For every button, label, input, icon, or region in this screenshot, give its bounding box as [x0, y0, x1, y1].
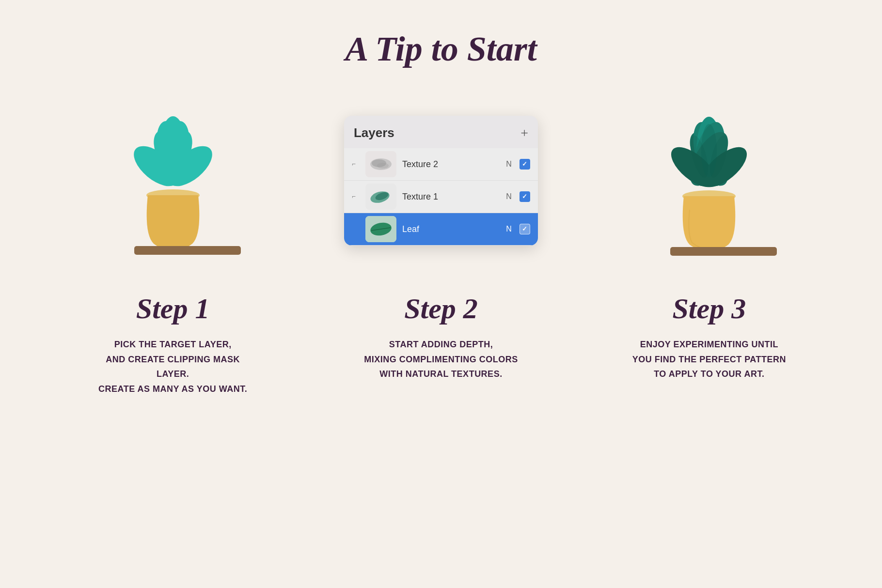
step3-column: Step 3 ENJOY EXPERIMENTING UNTILYOU FIND…: [590, 292, 829, 396]
layers-panel-column: Layers + ⌐ Texture 2 N: [321, 116, 560, 246]
layer-thumb-texture1: [365, 184, 396, 210]
layers-panel: Layers + ⌐ Texture 2 N: [344, 116, 538, 246]
layers-panel-header: Layers +: [344, 125, 538, 148]
layer-check-texture2[interactable]: [520, 159, 530, 170]
layer-blend-texture2: N: [504, 160, 514, 169]
layer-thumb-leaf: [365, 216, 396, 242]
layer-row-texture1[interactable]: ⌐ Texture 1 N: [344, 181, 538, 213]
step1-title: Step 1: [136, 292, 210, 325]
plant2-illustration: [636, 103, 782, 258]
layer-name-texture2: Texture 2: [402, 159, 498, 170]
layer-check-texture1[interactable]: [520, 191, 530, 202]
layer-check-leaf[interactable]: [520, 224, 530, 234]
layer-name-texture1: Texture 1: [402, 192, 498, 202]
page-title: A Tip to Start: [345, 29, 536, 69]
step3-title: Step 3: [672, 292, 746, 325]
step3-description: ENJOY EXPERIMENTING UNTILYOU FIND THE PE…: [632, 337, 786, 382]
plant1-illustration: [100, 103, 246, 258]
step2-title: Step 2: [404, 292, 478, 325]
plant2-column: [590, 103, 829, 258]
layer-blend-leaf: N: [504, 225, 514, 233]
layer-row-texture2[interactable]: ⌐ Texture 2 N: [344, 148, 538, 181]
steps-section: Step 1 PICK THE TARGET LAYER,AND CREATE …: [53, 292, 829, 396]
add-layer-button[interactable]: +: [520, 126, 528, 140]
layer-row-leaf[interactable]: Leaf N: [344, 213, 538, 246]
svg-rect-30: [670, 247, 777, 256]
step1-column: Step 1 PICK THE TARGET LAYER,AND CREATE …: [53, 292, 292, 396]
step2-column: Step 2 START ADDING DEPTH,MIXING COMPLIM…: [321, 292, 560, 396]
layer-thumb-texture2: [365, 151, 396, 177]
svg-point-12: [377, 163, 389, 169]
illustration-columns: Layers + ⌐ Texture 2 N: [53, 103, 829, 258]
layer-arrow-icon: ⌐: [352, 193, 360, 201]
step2-description: START ADDING DEPTH,MIXING COMPLIMENTING …: [364, 337, 518, 382]
plant1-svg: [105, 103, 241, 258]
plant2-svg: [641, 103, 777, 258]
layer-arrow-icon: ⌐: [352, 160, 360, 168]
layer-name-leaf: Leaf: [402, 224, 498, 234]
step1-description: PICK THE TARGET LAYER,AND CREATE CLIPPIN…: [91, 337, 255, 396]
layer-blend-texture1: N: [504, 192, 514, 201]
plant1-column: [53, 103, 292, 258]
svg-rect-8: [134, 246, 241, 255]
layers-panel-title: Layers: [354, 125, 394, 140]
